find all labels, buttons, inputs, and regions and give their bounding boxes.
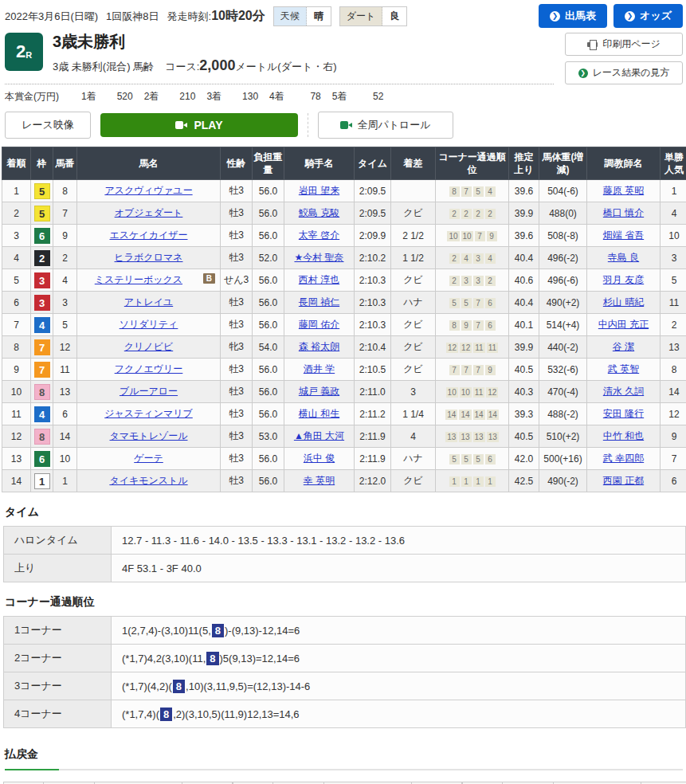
horse-link[interactable]: ミステリーボックス <box>95 274 182 285</box>
green-underline <box>5 769 59 770</box>
jockey-link[interactable]: 鮫島 克駿 <box>299 207 339 218</box>
corner-positions: 5576 <box>436 292 509 314</box>
trainer-link[interactable]: 武 幸四郎 <box>603 453 644 464</box>
horse-link[interactable]: クリノビビ <box>124 341 173 352</box>
entries-button[interactable]: ❯ 出馬表 <box>539 4 607 28</box>
carried-weight: 52.0 <box>253 247 284 269</box>
jockey-link[interactable]: 太宰 啓介 <box>299 229 339 241</box>
trainer-link[interactable]: 藤原 英昭 <box>603 185 644 196</box>
time-row: ハロンタイム12.7 - 11.3 - 11.6 - 14.0 - 13.5 -… <box>4 527 686 555</box>
carried-weight: 56.0 <box>253 403 284 425</box>
corner-positions: 5556 <box>436 448 509 470</box>
trainer-cell: 中竹 和也 <box>587 425 661 448</box>
finish-time: 2:11.0 <box>355 381 391 403</box>
corner-row-value: (*1,7)4,2(3,10)(11,8)5(9,13)=12,14=6 <box>112 645 686 672</box>
sex-age: 牡3 <box>221 448 253 470</box>
result-guide-button[interactable]: ❯ レース結果の見方 <box>565 61 683 84</box>
horse-link[interactable]: エスケイカイザー <box>110 229 188 241</box>
win-popularity: 10 <box>661 225 686 247</box>
last-3f: 40.3 <box>509 381 539 403</box>
jockey-link[interactable]: 城戸 義政 <box>299 386 339 397</box>
margin: 1 1/2 <box>391 247 436 269</box>
trainer-link[interactable]: 羽月 友彦 <box>603 274 644 285</box>
horse-name-cell: フクノエヴリー <box>77 359 221 381</box>
jockey-link[interactable]: 長岡 禎仁 <box>299 296 339 308</box>
carried-weight: 56.0 <box>253 381 284 403</box>
horse-weight: 490(+2) <box>539 292 587 314</box>
patrol-video-button[interactable]: 全周パトロール <box>318 112 453 139</box>
horse-link[interactable]: アスクヴィヴァユー <box>104 185 192 196</box>
horse-number: 11 <box>53 359 77 381</box>
trainer-link[interactable]: 武 英智 <box>608 363 639 374</box>
horse-link[interactable]: オブジェダート <box>115 207 183 218</box>
margin: 2 1/2 <box>391 225 436 247</box>
highlighted-horse-number: 8 <box>173 680 185 693</box>
horse-link[interactable]: ジャスティンマリブ <box>104 408 193 419</box>
corner-position: 5 <box>461 454 472 465</box>
horse-link[interactable]: フクノエヴリー <box>115 363 183 374</box>
trainer-link[interactable]: 畑端 省吾 <box>603 229 644 241</box>
waku-cell: 8 <box>31 425 53 448</box>
corner-position: 4 <box>485 186 496 197</box>
play-button[interactable]: PLAY <box>100 113 298 137</box>
result-row: 369エスケイカイザー牡356.0太宰 啓介2:09.92 1/21010793… <box>2 225 686 247</box>
prize-place-label: 2着 <box>144 91 159 102</box>
trainer-link[interactable]: 清水 久詞 <box>603 386 644 397</box>
jockey-link[interactable]: 酒井 学 <box>304 363 335 374</box>
horse-link[interactable]: ヒラボクロマネ <box>115 252 183 263</box>
waku-cell: 8 <box>31 381 53 403</box>
corner-row: 1コーナー1(2,7,4)-(3,10)11(5,8)-(9,13)-12,14… <box>4 617 686 645</box>
trainer-link[interactable]: 谷 潔 <box>613 341 634 352</box>
jockey-link[interactable]: ▲角田 大河 <box>294 430 344 441</box>
trainer-link[interactable]: 安田 隆行 <box>603 408 644 419</box>
finish-time: 2:11.9 <box>355 425 391 448</box>
column-header: 調教師名 <box>587 147 661 180</box>
trainer-link[interactable]: 中内田 充正 <box>598 319 649 330</box>
horse-link[interactable]: ソリダリティ <box>120 319 178 330</box>
trainer-link[interactable]: 杉山 晴紀 <box>603 296 644 308</box>
horse-link[interactable]: タイキモンストル <box>109 475 187 486</box>
jockey-link[interactable]: 藤岡 佑介 <box>299 319 339 330</box>
carried-weight: 56.0 <box>253 225 284 247</box>
win-popularity: 14 <box>661 381 686 403</box>
jockey-link[interactable]: 森 裕太朗 <box>299 341 339 352</box>
course-unit: メートル <box>235 61 277 73</box>
horse-weight: 440(-2) <box>539 336 587 359</box>
horse-link[interactable]: タマモトレゾール <box>110 430 188 441</box>
weather-label: 天候 <box>274 7 307 25</box>
trainer-link[interactable]: 中竹 和也 <box>603 430 644 441</box>
carried-weight: 54.0 <box>253 336 284 359</box>
jockey-link[interactable]: 西村 淳也 <box>299 274 339 285</box>
corner-position: 14 <box>473 410 485 420</box>
horse-link[interactable]: ゲーテ <box>134 453 163 464</box>
horse-weight: 510(+2) <box>539 425 587 448</box>
jockey-link[interactable]: 幸 英明 <box>304 475 335 486</box>
last-3f: 42.5 <box>509 470 539 492</box>
odds-button[interactable]: ❯ オッズ <box>613 4 683 28</box>
trainer-link[interactable]: 寺島 良 <box>608 252 639 263</box>
horse-name-cell: ブルーアロー <box>77 381 221 403</box>
carried-weight: 56.0 <box>253 180 284 202</box>
payout-section-title: 払戻金 <box>5 747 683 770</box>
finish-time: 2:09.5 <box>355 202 391 225</box>
horse-link[interactable]: アトレイユ <box>124 296 173 308</box>
jockey-link[interactable]: ★今村 聖奈 <box>294 252 343 263</box>
horse-link[interactable]: ブルーアロー <box>120 386 178 397</box>
print-button[interactable]: 印刷用ページ <box>565 33 683 56</box>
top-bar: 2022年3月6日(日曜) 1回阪神8日 発走時刻:10時20分 天候 晴 ダー… <box>2 0 684 29</box>
jockey-cell: 浜中 俊 <box>284 448 355 470</box>
waku-badge: 7 <box>34 362 50 378</box>
horse-name-cell: ソリダリティ <box>77 314 221 336</box>
corner-position: 2 <box>449 209 460 219</box>
jockey-link[interactable]: 浜中 俊 <box>304 453 335 464</box>
waku-badge: 2 <box>34 250 50 266</box>
corner-position: 11 <box>487 343 498 353</box>
trainer-link[interactable]: 西園 正都 <box>603 475 644 486</box>
trainer-cell: 橋口 慎介 <box>587 202 661 225</box>
trainer-link[interactable]: 橋口 慎介 <box>603 207 644 218</box>
horse-weight: 496(-2) <box>539 247 587 269</box>
horse-weight: 508(-8) <box>539 225 587 247</box>
jockey-link[interactable]: 岩田 望来 <box>299 185 339 196</box>
finish-position: 1 <box>2 180 31 202</box>
jockey-link[interactable]: 横山 和生 <box>299 408 339 419</box>
